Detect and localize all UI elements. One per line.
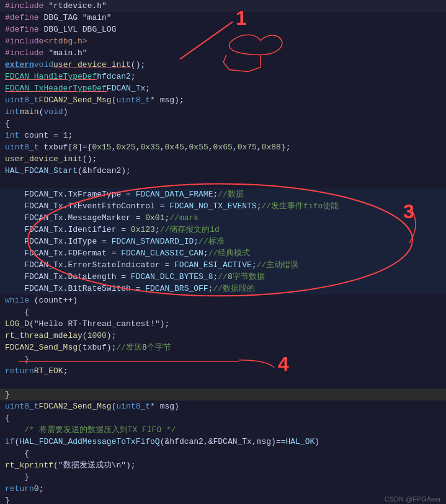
code-editor: #include "rtdevice.h"#define DBG_TAG "ma… (0, 0, 446, 504)
code-line: extern void user_device_init(); (0, 59, 446, 71)
code-line: if(HAL_FDCAN_AddMessageToTxFifoQ(&hfdcan… (0, 436, 446, 448)
code-line: } (0, 471, 446, 483)
code-line: int count = 1; (0, 130, 446, 141)
code-line: rt_kprintf("数据发送成功\n"); (0, 459, 446, 471)
watermark-text: CSDN @FPGAeer (385, 495, 441, 503)
code-line: uint8_t FDCAN2_Send_Msg(uint8_t* msg); (0, 94, 446, 106)
code-line: } (0, 353, 446, 365)
code-line: FDCAN_Tx.Identifier = 0x123;//储存报文的id (0, 224, 446, 236)
code-line: LOG_D("Hello RT-Thread_cantest!"); (0, 318, 446, 330)
code-line: return 0; (0, 483, 446, 495)
code-line: FDCAN_Tx.DataLength = FDCAN_DLC_BYTES_8;… (0, 271, 446, 283)
code-line: while (count++) (0, 294, 446, 306)
code-line: int main(void) (0, 106, 446, 118)
code-line: FDCAN_Tx.MessageMarker = 0x01;//mark (0, 212, 446, 224)
code-line: #include "rtdevice.h" (0, 0, 446, 12)
code-line: { (0, 412, 446, 424)
code-line: #define DBG_LVL DBG_LOG (0, 24, 446, 35)
code-line: { (0, 448, 446, 459)
code-line: user_device_init(); (0, 153, 446, 165)
code-line: FDCAN_HandleTypeDef hfdcan2; (0, 71, 446, 82)
code-line: uint8_t FDCAN2_Send_Msg(uint8_t* msg) (0, 400, 446, 412)
code-line: FDCAN_TxHeaderTypeDef FDCAN_Tx; (0, 82, 446, 94)
code-line: { (0, 306, 446, 318)
code-line: HAL_FDCAN_Start(&hfdcan2); (0, 165, 446, 177)
code-line: #include <rtdbg.h> (0, 35, 446, 47)
code-line: rt_thread_mdelay(1000); (0, 330, 446, 342)
code-line: #include "main.h" (0, 47, 446, 59)
code-line (0, 177, 446, 188)
code-line: FDCAN_Tx.IdType = FDCAN_STANDARD_ID;//标准 (0, 236, 446, 247)
code-line: FDCAN_Tx.TxFrameType = FDCAN_DATA_FRAME;… (0, 188, 446, 200)
code-line: FDCAN_Tx.BitRateSwitch = FDCAN_BRS_OFF;/… (0, 283, 446, 294)
code-line (0, 377, 446, 389)
code-line: FDCAN_Tx.FDFormat = FDCAN_CLASSIC_CAN;//… (0, 247, 446, 259)
code-line: } (0, 389, 446, 400)
code-line: } (0, 495, 446, 504)
code-line: FDCAN_Tx.ErrorStateIndicator = FDCAN_ESI… (0, 259, 446, 271)
code-line: FDCAN2_Send_Msg(txbuf);//发送8个字节 (0, 342, 446, 353)
code-line: #define DBG_TAG "main" (0, 12, 446, 24)
code-line: uint8_t txbuf[8]={0x15,0x25,0x35,0x45,0x… (0, 141, 446, 153)
code-line: { (0, 118, 446, 130)
code-line: /* 将需要发送的数据压入到TX FIFO */ (0, 424, 446, 436)
code-line: FDCAN_Tx.TxEventFifoControl = FDCAN_NO_T… (0, 200, 446, 212)
code-content: #include "rtdevice.h"#define DBG_TAG "ma… (0, 0, 446, 504)
code-line: return RT_EOK; (0, 365, 446, 377)
